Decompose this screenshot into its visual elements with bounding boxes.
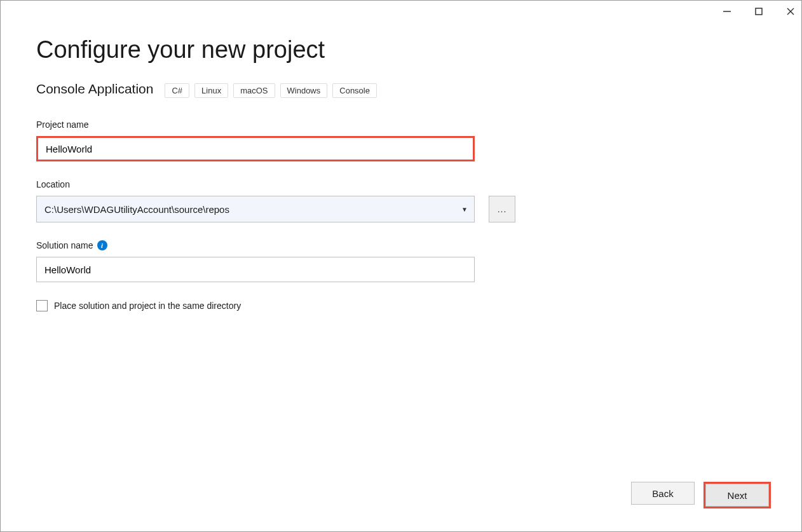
browse-button[interactable]: ...	[489, 196, 515, 222]
solution-name-input[interactable]	[36, 257, 475, 282]
template-name: Console Application	[36, 81, 153, 97]
next-button[interactable]: Next	[705, 484, 769, 507]
project-name-label: Project name	[36, 119, 766, 130]
page-title: Configure your new project	[36, 36, 766, 64]
project-name-highlight	[36, 136, 475, 161]
project-name-input[interactable]	[38, 138, 473, 160]
location-combo[interactable]: C:\Users\WDAGUtilityAccount\source\repos…	[36, 196, 475, 222]
next-button-highlight: Next	[703, 482, 771, 508]
same-directory-checkbox[interactable]	[36, 300, 48, 311]
info-icon[interactable]: i	[97, 240, 107, 250]
location-label: Location	[36, 179, 766, 189]
solution-name-label-text: Solution name	[36, 240, 93, 250]
same-directory-label: Place solution and project in the same d…	[54, 301, 241, 311]
tag-linux: Linux	[194, 83, 228, 98]
tag-csharp: C#	[165, 83, 189, 98]
back-button[interactable]: Back	[631, 482, 695, 505]
svg-rect-1	[756, 8, 762, 15]
close-button[interactable]	[785, 6, 796, 17]
location-value: C:\Users\WDAGUtilityAccount\source\repos	[44, 204, 461, 215]
template-tags: C# Linux macOS Windows Console	[165, 83, 377, 98]
maximize-button[interactable]	[753, 6, 765, 17]
minimize-button[interactable]	[721, 6, 733, 17]
tag-console: Console	[332, 83, 377, 98]
chevron-down-icon: ▼	[461, 206, 468, 213]
tag-macos: macOS	[233, 83, 275, 98]
tag-windows: Windows	[280, 83, 328, 98]
solution-name-label: Solution name i	[36, 240, 766, 250]
